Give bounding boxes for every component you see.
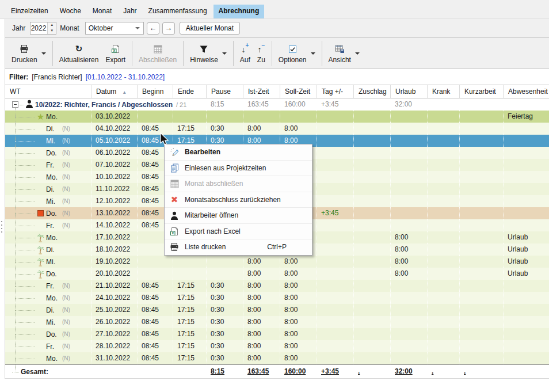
hinweise-button[interactable]: Hinweise (186, 41, 230, 66)
collapse-expander-icon[interactable] (12, 101, 18, 108)
pause-cell: 0:30 (207, 292, 243, 304)
column-header-pause[interactable]: Pause (207, 85, 243, 98)
export-button-label: Export (105, 56, 125, 64)
table-row[interactable]: Mo.(N)24.10.202208:4517:150:308:008:00 (5, 292, 549, 304)
table-row[interactable]: Mo.(N)31.10.202208:4517:150:308:008:00 (5, 352, 549, 364)
dropdown-caret-icon[interactable] (222, 52, 227, 55)
tree-branch (15, 153, 35, 154)
menu-item-export-nach-excel[interactable]: xExport nach Excel (165, 224, 312, 240)
table-row[interactable]: Mi.(N)26.10.202208:4517:150:308:008:00 (5, 316, 549, 328)
zuschlag-cell (354, 316, 391, 328)
no-icon (35, 148, 46, 158)
month-select[interactable]: Oktober (85, 22, 144, 35)
ansicht-button-label: Ansicht (329, 56, 351, 64)
spinner-up-icon[interactable]: ▲ (48, 22, 56, 28)
drucken-button[interactable]: Drucken (8, 41, 49, 66)
tag-diff-cell (317, 243, 354, 256)
zu-button[interactable]: ↑−Zu (254, 41, 269, 66)
date-cell: 10.10.2022 (92, 171, 138, 183)
export-button-body: xExport (105, 43, 125, 64)
ansicht-button[interactable]: Ansicht (325, 41, 363, 66)
column-header-krank[interactable]: Krank (428, 85, 460, 98)
spinner-buttons[interactable]: ▲▼ (47, 22, 56, 34)
no-icon (35, 353, 46, 363)
table-row[interactable]: Di.(N)04.10.202208:4517:150:308:008:00 (5, 123, 549, 135)
night-shift-marker: (N) (62, 150, 70, 156)
date-cell: 24.10.2022 (92, 292, 138, 304)
column-header-zuschlag[interactable]: Zuschlag (354, 85, 391, 98)
absence-cell (504, 195, 549, 207)
optionen-button[interactable]: Optionen (275, 41, 319, 66)
begin-cell: 08:45 (138, 352, 173, 364)
no-icon (35, 317, 46, 327)
no-icon (35, 196, 46, 206)
column-header-ende[interactable]: Ende (173, 85, 207, 98)
table-row[interactable]: Do.(N)27.10.202208:4517:150:308:008:00 (5, 328, 549, 340)
no-icon (35, 305, 46, 315)
soll-cell (280, 111, 317, 123)
zuschlag-cell (354, 268, 391, 280)
column-header-soll-zeit[interactable]: Soll-Zeit (280, 85, 317, 98)
menu-item-einlesen-aus-projektzeiten[interactable]: Einlesen aus Projektzeiten (165, 161, 312, 177)
column-header-abwesenheit[interactable]: Abwesenheit (504, 85, 549, 98)
column-header-wt[interactable]: WT (5, 85, 92, 98)
zuschlag-cell (354, 171, 391, 183)
prev-month-button[interactable]: ← (147, 22, 159, 35)
urlaub-cell (391, 111, 428, 123)
next-month-button[interactable]: → (162, 22, 175, 35)
column-header-ist-zeit[interactable]: Ist-Zeit (243, 85, 280, 98)
table-row[interactable]: Di.(N)25.10.202208:4517:150:308:008:00 (5, 304, 549, 316)
urlaub-cell: 8:00 (391, 268, 428, 280)
spinner-down-icon[interactable]: ▼ (48, 28, 56, 34)
tag-diff-cell (317, 111, 354, 123)
tab-zusammenfassung[interactable]: Zusammenfassung (143, 5, 212, 18)
no-icon (35, 293, 46, 303)
tree-branch (15, 225, 35, 226)
column-header-urlaub[interactable]: Urlaub (391, 85, 428, 98)
group-row[interactable]: 10/2022: Richter, Francis / Abgeschlosse… (5, 98, 549, 111)
tab-woche[interactable]: Woche (55, 5, 86, 18)
year-spinner[interactable]: 2022 ▲▼ (30, 22, 56, 35)
menu-item-bearbeiten[interactable]: Bearbeiten (165, 144, 312, 161)
tab-einzelzeiten[interactable]: Einzelzeiten (6, 5, 54, 18)
weekday-label: Mo. (46, 294, 61, 302)
aktualisieren-button[interactable]: ↻Aktualisieren (56, 41, 102, 66)
tab-monat[interactable]: Monat (87, 5, 117, 18)
optionen-button-body: Optionen (279, 43, 307, 64)
calculator-gray-icon (154, 43, 162, 55)
column-header-kurzarbeit[interactable]: Kurzarbeit (460, 85, 504, 98)
auf-button[interactable]: ↓+Auf (237, 41, 254, 66)
current-month-button[interactable]: Aktueller Monat (180, 22, 240, 35)
table-row[interactable]: Do.20.10.20228:008:008:00Urlaub (5, 268, 549, 280)
tree-dots (12, 371, 19, 372)
ist-cell: 8:00 (243, 352, 280, 364)
column-header-beginn[interactable]: Beginn (138, 85, 173, 98)
refresh-icon: ↻ (75, 43, 83, 55)
checkbox-icon (289, 43, 296, 55)
column-header-datum[interactable]: Datum▲ (92, 85, 138, 98)
date-cell: 25.10.2022 (92, 304, 138, 316)
soll-cell: 8:00 (280, 123, 317, 135)
column-header-tag-[interactable]: Tag +/- (317, 85, 354, 98)
dropdown-caret-icon[interactable] (355, 52, 360, 55)
dropdown-caret-icon[interactable] (311, 52, 315, 55)
tab-abrechnung[interactable]: Abrechnung (214, 5, 265, 18)
krank-cell (428, 147, 460, 159)
table-row[interactable]: ★Mo.03.10.2022Feiertag (5, 111, 549, 123)
weekday-label: Mi. (46, 318, 61, 326)
tab-jahr[interactable]: Jahr (118, 5, 142, 18)
kurzarbeit-cell (460, 316, 504, 328)
tree-branch (15, 140, 35, 142)
dropdown-caret-icon[interactable] (41, 52, 46, 55)
table-row[interactable]: Fr.(N)28.10.202208:4517:150:308:008:00 (5, 340, 549, 352)
menu-item-liste-drucken[interactable]: Liste druckenCtrl+P (165, 239, 312, 255)
absence-cell (504, 219, 549, 231)
export-button[interactable]: xExport (102, 41, 129, 66)
table-row[interactable]: Fr.(N)21.10.202208:4517:150:308:008:00 (5, 280, 549, 292)
menu-item-monatsabschluss-zur-ckziehen[interactable]: ✖Monatsabschluss zurückziehen (165, 192, 312, 208)
splitter-handle[interactable] (1, 221, 2, 235)
night-shift-marker: (N) (62, 198, 70, 204)
menu-item-mitarbeiter-ffnen[interactable]: Mitarbeiter öffnen (165, 208, 312, 224)
date-cell: 03.10.2022 (92, 111, 138, 123)
table-row[interactable]: Mi.19.10.20228:008:008:00Urlaub (5, 256, 549, 268)
